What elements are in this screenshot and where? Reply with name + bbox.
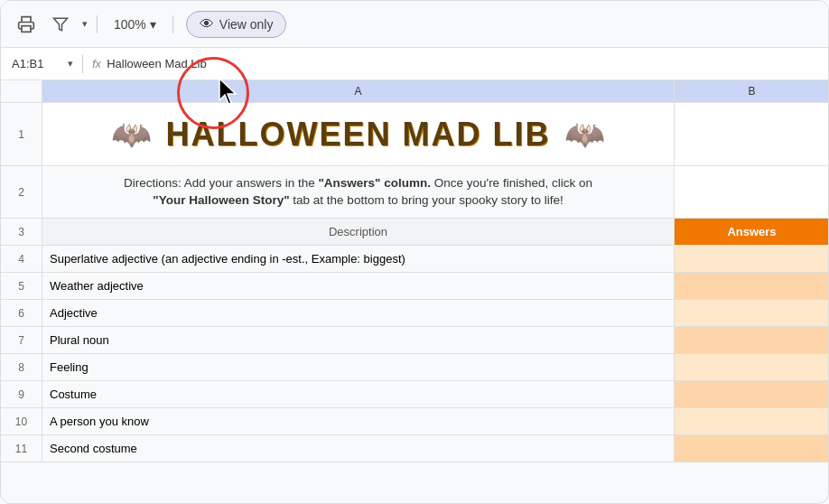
toolbar-divider-2 (172, 15, 173, 33)
table-row: 5 Weather adjective (1, 273, 829, 300)
directions-line2: "Your Halloween Story" tab at the bottom… (153, 192, 564, 210)
table-row: 6 Adjective (1, 300, 829, 327)
row-num-5: 5 (1, 273, 42, 299)
directions-suffix: Once you're finished, click on (431, 176, 592, 190)
cell-ref-dropdown[interactable]: ▾ (68, 58, 73, 70)
row-num-header (1, 80, 42, 102)
directions-line1: Directions: Add your answers in the "Ans… (124, 175, 592, 192)
row-num-3: 3 (1, 219, 42, 245)
eye-icon: 👁 (200, 16, 214, 33)
row-num-6: 6 (1, 300, 42, 326)
cell-1a: 🦇 HALLOWEEN MAD LIB 🦇 (42, 103, 675, 165)
row-num-2: 2 (1, 166, 42, 218)
col-b-header: B (675, 80, 829, 102)
row-2: 2 Directions: Add your answers in the "A… (1, 166, 829, 219)
title-cell: 🦇 HALLOWEEN MAD LIB 🦇 (50, 116, 666, 154)
cell-8b (675, 354, 829, 380)
directions-prefix: Directions: Add your answers in the (124, 176, 318, 190)
cell-4a: Superlative adjective (an adjective endi… (42, 246, 675, 272)
cell-8a: Feeling (42, 354, 675, 380)
cell-9a: Costume (42, 381, 675, 407)
cell-5b (675, 273, 829, 299)
cell-5a: Weather adjective (42, 273, 675, 299)
table-row: 7 Plural noun (1, 327, 829, 354)
filter-dropdown[interactable]: ▾ (82, 18, 88, 30)
directions-story-suffix: tab at the bottom to bring your spooky s… (290, 193, 564, 207)
row-num-10: 10 (1, 408, 42, 434)
svg-marker-1 (54, 18, 68, 31)
formula-value: Halloween Mad Lib (107, 57, 207, 70)
cell-3b: Answers (675, 219, 829, 245)
app-container: ▾ 100% ▾ 👁 View only A1:B1 ▾ fx Hallowee… (1, 1, 829, 504)
spreadsheet: A B 1 🦇 HALLOWEEN MAD LIB 🦇 2 Directions… (1, 80, 829, 462)
row-num-7: 7 (1, 327, 42, 353)
cell-11b (675, 435, 829, 462)
cell-2a: Directions: Add your answers in the "Ans… (42, 166, 675, 218)
cell-4b (675, 246, 829, 272)
answers-header: Answers (727, 225, 776, 238)
directions-answers-bold: "Answers" column. (318, 176, 431, 190)
cell-6b (675, 300, 829, 326)
row-1: 1 🦇 HALLOWEEN MAD LIB 🦇 (1, 103, 829, 166)
row-num-11: 11 (1, 435, 42, 462)
svg-rect-0 (22, 25, 31, 32)
print-icon[interactable] (14, 12, 39, 37)
cell-6a: Adjective (42, 300, 675, 326)
halloween-title: HALLOWEEN MAD LIB (166, 116, 551, 154)
zoom-dropdown-icon: ▾ (150, 17, 156, 32)
view-only-label: View only (219, 17, 274, 32)
table-row: 11 Second costume (1, 435, 829, 462)
cell-10b (675, 408, 829, 434)
toolbar-divider-1 (97, 15, 98, 33)
table-row: 9 Costume (1, 381, 829, 408)
cell-2b (675, 166, 829, 218)
directions-story-bold: "Your Halloween Story" (153, 193, 289, 207)
zoom-value: 100% (114, 17, 146, 32)
cell-reference: A1:B1 (8, 55, 62, 72)
row-num-1: 1 (1, 103, 42, 165)
bat-left-icon: 🦇 (111, 116, 152, 154)
description-header: Description (329, 225, 387, 238)
fx-label: fx (92, 57, 101, 70)
cell-10a: A person you know (42, 408, 675, 434)
row-num-9: 9 (1, 381, 42, 407)
table-row: 8 Feeling (1, 354, 829, 381)
zoom-control[interactable]: 100% ▾ (107, 14, 163, 35)
cell-7b (675, 327, 829, 353)
cell-1b (675, 103, 829, 165)
row-num-8: 8 (1, 354, 42, 380)
col-a-header: A (42, 80, 675, 102)
table-row: 4 Superlative adjective (an adjective en… (1, 246, 829, 273)
cell-3a: Description (42, 219, 675, 245)
data-rows: 4 Superlative adjective (an adjective en… (1, 246, 829, 462)
column-headers: A B (1, 80, 829, 103)
view-only-button[interactable]: 👁 View only (186, 11, 287, 38)
row-3: 3 Description Answers (1, 219, 829, 246)
toolbar: ▾ 100% ▾ 👁 View only (1, 1, 829, 48)
cell-11a: Second costume (42, 435, 675, 462)
table-row: 10 A person you know (1, 408, 829, 435)
cell-7a: Plural noun (42, 327, 675, 353)
cell-9b (675, 381, 829, 407)
formula-bar: A1:B1 ▾ fx Halloween Mad Lib (1, 48, 829, 80)
row-num-4: 4 (1, 246, 42, 272)
formula-divider (82, 55, 83, 73)
bat-right-icon: 🦇 (564, 116, 605, 154)
filter-icon[interactable] (48, 12, 73, 37)
